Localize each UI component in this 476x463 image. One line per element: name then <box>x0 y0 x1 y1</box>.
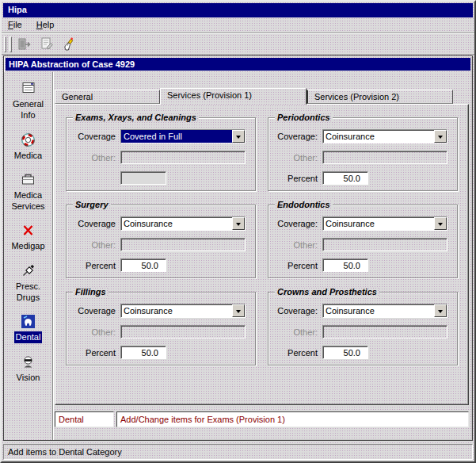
edit-document-icon <box>40 37 54 51</box>
edit-case-button[interactable] <box>37 36 56 53</box>
other-input <box>120 151 246 164</box>
other-input <box>322 151 447 164</box>
other-label: Other: <box>275 327 318 337</box>
tab-panel: Exams, Xrays, and Cleanings Coverage Cov… <box>55 104 469 405</box>
case-titlebar[interactable]: HIPA Abstraction of Case 4929 <box>6 58 470 71</box>
coverage-value: Coinsurance <box>323 130 434 143</box>
other-input <box>322 238 447 251</box>
tab-general[interactable]: General <box>55 90 160 104</box>
percent-input[interactable] <box>120 258 166 272</box>
tooth-icon <box>21 315 35 328</box>
coverage-value: Covered in Full <box>121 130 232 143</box>
sidebar-item-label: Medica <box>14 150 42 161</box>
hand-pencil-icon <box>62 36 76 52</box>
other-label: Other: <box>73 240 116 250</box>
other-label: Other: <box>73 153 116 163</box>
group-title: Exams, Xrays, and Cleanings <box>73 113 199 122</box>
abstract-button[interactable] <box>59 36 78 53</box>
other-input <box>120 238 246 251</box>
coverage-value: Coinsurance <box>323 217 434 230</box>
chevron-down-icon <box>236 310 241 316</box>
form-icon <box>22 82 35 95</box>
percent-input[interactable] <box>120 346 166 359</box>
coverage-label: Coverage <box>73 132 116 141</box>
app-window: Hipa File Help HIPA Abstraction of Case … <box>0 0 476 463</box>
coverage-combobox[interactable]: Coinsurance <box>322 216 447 231</box>
combobox-dropdown-button[interactable] <box>434 130 447 143</box>
action-message-cell: Add/Change items for Exams (Provision 1) <box>116 411 469 427</box>
combobox-dropdown-button[interactable] <box>232 130 245 143</box>
sidebar-item-general-info[interactable]: General Info <box>6 82 51 121</box>
exit-icon <box>17 37 32 51</box>
coverage-combobox[interactable]: Coinsurance <box>322 304 447 318</box>
other-input <box>120 325 246 339</box>
percent-label: Percent <box>73 348 116 358</box>
menu-help[interactable]: Help <box>36 20 55 30</box>
percent-label: Percent <box>275 174 318 183</box>
toolbar <box>2 33 474 55</box>
group-periodontics: Periodontics Coverage: Coinsurance Other… <box>268 117 458 191</box>
menu-file[interactable]: File <box>8 20 22 30</box>
sidebar-item-medica[interactable]: Medica <box>6 133 51 161</box>
chevron-down-icon <box>438 223 443 228</box>
tab-strip: General Services (Provision 1) Services … <box>55 80 469 104</box>
combobox-dropdown-button[interactable] <box>434 217 447 230</box>
coverage-combobox[interactable]: Coinsurance <box>120 216 246 231</box>
group-surgery: Surgery Coverage Coinsurance Other: <box>66 205 256 278</box>
category-cell: Dental <box>55 411 114 427</box>
sidebar-item-label: Medica Services <box>6 189 51 212</box>
coverage-label: Coverage: <box>275 219 318 228</box>
other-label: Other: <box>275 240 318 250</box>
sidebar-item-presc-drugs[interactable]: Presc. Drugs <box>6 264 51 304</box>
coverage-combobox[interactable]: Coinsurance <box>322 129 447 143</box>
tab-services-provision-2[interactable]: Services (Provision 2) <box>307 90 453 104</box>
percent-input <box>120 171 166 185</box>
face-glasses-icon <box>21 355 35 369</box>
other-input <box>322 325 447 339</box>
combobox-dropdown-button[interactable] <box>434 304 447 317</box>
coverage-combobox[interactable]: Covered in Full <box>120 129 246 143</box>
group-exams-xrays-cleanings: Exams, Xrays, and Cleanings Coverage Cov… <box>66 117 256 191</box>
coverage-label: Coverage: <box>275 132 318 141</box>
chevron-down-icon <box>236 223 241 228</box>
percent-input[interactable] <box>322 346 368 359</box>
sidebar-item-label: Dental <box>14 331 43 342</box>
group-title: Periodontics <box>275 113 333 122</box>
percent-input[interactable] <box>322 171 368 185</box>
coverage-value: Coinsurance <box>121 304 232 317</box>
sidebar-item-medigap[interactable]: Medigap <box>6 224 51 251</box>
coverage-label: Coverage: <box>275 306 318 316</box>
sidebar-item-label: Vision <box>17 372 40 383</box>
percent-input[interactable] <box>322 258 368 272</box>
case-body: General Info Medica Medica Services <box>4 72 472 440</box>
toolbar-gripper[interactable] <box>4 36 6 52</box>
syringe-icon <box>21 264 35 277</box>
tab-services-provision-1[interactable]: Services (Provision 1) <box>160 88 307 105</box>
group-title: Fillings <box>73 287 109 297</box>
sidebar-item-dental[interactable]: Dental <box>6 315 51 342</box>
category-sidebar: General Info Medica Medica Services <box>4 72 53 440</box>
sidebar-item-label: Medigap <box>11 240 44 251</box>
toolbar-gripper-2[interactable] <box>10 36 12 52</box>
menubar: File Help <box>2 17 474 33</box>
sidebar-item-medica-services[interactable]: Medica Services <box>6 173 51 212</box>
sidebar-item-label: Presc. Drugs <box>6 281 51 304</box>
app-titlebar[interactable]: Hipa <box>3 3 473 17</box>
briefcase-icon <box>21 173 35 186</box>
percent-label: Percent <box>73 261 116 270</box>
combobox-dropdown-button[interactable] <box>232 217 245 230</box>
sidebar-item-label: General Info <box>6 98 51 121</box>
coverage-combobox[interactable]: Coinsurance <box>120 304 246 318</box>
app-statusbar: Add items to Dental Category <box>3 444 473 460</box>
chevron-down-icon <box>438 310 443 316</box>
coverage-label: Coverage <box>73 306 116 316</box>
sidebar-item-vision[interactable]: Vision <box>6 355 51 383</box>
group-endodontics: Endodontics Coverage: Coinsurance Other: <box>268 205 458 278</box>
combobox-dropdown-button[interactable] <box>232 304 245 317</box>
life-preserver-icon <box>21 133 35 147</box>
red-x-icon <box>21 224 35 237</box>
coverage-value: Coinsurance <box>323 304 434 317</box>
app-title: Hipa <box>8 5 27 14</box>
case-title: HIPA Abstraction of Case 4929 <box>9 59 135 69</box>
exit-button[interactable] <box>15 36 34 53</box>
